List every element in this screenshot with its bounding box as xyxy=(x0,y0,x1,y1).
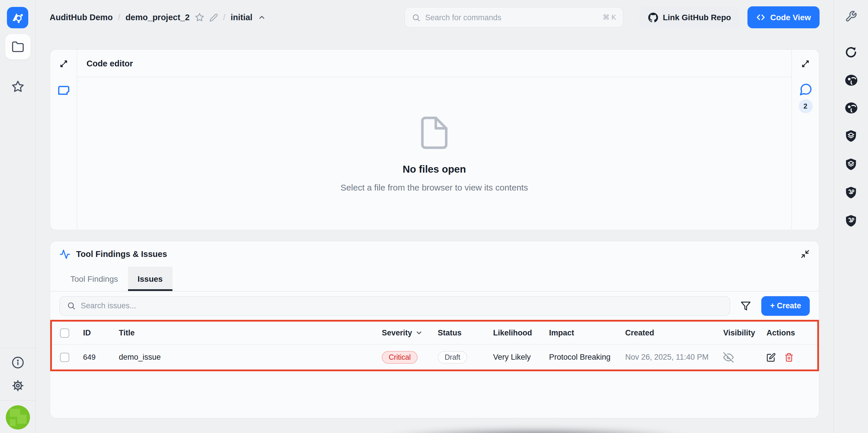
column-header-visibility[interactable]: Visibility xyxy=(723,328,767,337)
trash-icon xyxy=(784,352,794,362)
favorite-project-button[interactable] xyxy=(195,13,204,22)
code-editor-header: Code editor xyxy=(77,50,791,77)
search-icon xyxy=(412,13,421,22)
findings-panel-title: Tool Findings & Issues xyxy=(76,250,167,259)
comments-toggle[interactable]: 2 xyxy=(799,83,812,113)
tool-logo-3-icon[interactable] xyxy=(844,102,858,114)
expand-icon xyxy=(801,59,810,69)
sidebar-item-file-browser[interactable] xyxy=(5,34,30,59)
edit-icon xyxy=(767,352,776,362)
column-header-status[interactable]: Status xyxy=(438,328,493,337)
breadcrumb-separator: / xyxy=(223,13,225,22)
tab-tool-findings[interactable]: Tool Findings xyxy=(61,267,128,291)
sidebar-item-favorites[interactable] xyxy=(11,80,24,93)
code-editor-left-strip xyxy=(50,50,77,230)
filter-funnel-icon xyxy=(741,300,751,311)
issue-search-input[interactable] xyxy=(81,301,723,310)
issue-search[interactable] xyxy=(59,296,731,316)
breadcrumb-branch[interactable]: initial xyxy=(231,13,253,22)
create-issue-button[interactable]: + Create xyxy=(762,296,810,316)
user-avatar[interactable] xyxy=(5,405,30,430)
edit-issue-button[interactable] xyxy=(767,352,776,362)
left-sidebar xyxy=(0,0,36,433)
info-button[interactable] xyxy=(11,356,24,369)
activity-icon xyxy=(59,249,70,260)
file-browser-toggle[interactable] xyxy=(57,84,70,97)
branch-selector-toggle[interactable] xyxy=(257,13,266,21)
app-window: AuditHub Demo / demo_project_2 / initial xyxy=(0,0,868,433)
command-search-shortcut: ⌘ K xyxy=(603,13,616,21)
code-view-label: Code View xyxy=(770,13,811,22)
tool-logo-2-icon[interactable] xyxy=(844,74,858,87)
findings-tabs: Tool Findings Issues xyxy=(50,267,819,292)
issue-likelihood: Very Likely xyxy=(493,353,549,362)
code-editor-main: Code editor No files open Select a file … xyxy=(77,50,791,230)
code-editor-panel: Code editor No files open Select a file … xyxy=(50,49,819,230)
folder-icon xyxy=(11,40,24,53)
info-icon xyxy=(11,356,24,369)
star-icon xyxy=(195,13,204,22)
create-issue-label: + Create xyxy=(770,301,801,310)
select-all-checkbox[interactable] xyxy=(60,328,69,338)
chevron-up-icon xyxy=(257,13,266,21)
findings-panel-header: Tool Findings & Issues xyxy=(50,241,819,267)
command-search[interactable]: ⌘ K xyxy=(404,7,623,28)
visibility-toggle[interactable] xyxy=(723,352,767,362)
chat-bubble-icon xyxy=(799,83,812,96)
issue-title[interactable]: demo_issue xyxy=(119,353,382,362)
code-editor-empty-state: No files open Select a file from the bro… xyxy=(77,77,791,230)
code-editor-right-strip: 2 xyxy=(791,50,819,230)
github-icon xyxy=(648,12,658,22)
issues-toolbar: + Create xyxy=(50,292,819,320)
issues-table-header: ID Title Severity Status Likelihood Impa… xyxy=(52,322,817,345)
column-header-actions: Actions xyxy=(767,328,809,337)
tab-issues-label: Issues xyxy=(137,274,163,284)
tool-logo-7-icon[interactable] xyxy=(844,214,858,228)
status-badge: Draft xyxy=(438,351,467,364)
command-search-input[interactable] xyxy=(425,13,598,22)
link-github-repo-button[interactable]: Link GitHub Repo xyxy=(640,6,739,28)
issue-row[interactable]: 649 demo_issue Critical Draft Very Likel… xyxy=(52,345,817,370)
tool-logo-4-icon[interactable] xyxy=(844,129,858,143)
code-view-button[interactable]: Code View xyxy=(748,6,819,28)
collapse-panel-button[interactable] xyxy=(801,250,810,259)
column-header-impact[interactable]: Impact xyxy=(549,328,625,337)
breadcrumb-app[interactable]: AuditHub Demo xyxy=(50,13,113,22)
breadcrumb-project[interactable]: demo_project_2 xyxy=(125,13,189,22)
folder-icon xyxy=(57,84,70,97)
issues-table-highlight: ID Title Severity Status Likelihood Impa… xyxy=(50,320,819,371)
column-header-title[interactable]: Title xyxy=(119,328,382,337)
star-icon xyxy=(11,80,24,93)
column-header-created[interactable]: Created xyxy=(625,328,723,337)
tools-button[interactable] xyxy=(845,10,857,23)
app-logo[interactable] xyxy=(7,7,28,28)
tab-issues[interactable]: Issues xyxy=(128,267,173,291)
tool-logo-stack xyxy=(844,46,858,228)
chevron-down-icon xyxy=(415,329,423,337)
column-header-likelihood[interactable]: Likelihood xyxy=(493,328,549,337)
settings-button[interactable] xyxy=(11,379,24,392)
tools-icon xyxy=(845,10,857,23)
collapse-icon xyxy=(801,250,810,259)
expand-icon xyxy=(59,59,68,69)
link-github-repo-label: Link GitHub Repo xyxy=(663,13,731,22)
column-header-id[interactable]: ID xyxy=(83,328,119,337)
eye-off-icon xyxy=(723,352,734,362)
filter-button[interactable] xyxy=(739,298,753,313)
tool-logo-6-icon[interactable] xyxy=(844,186,858,199)
divider xyxy=(0,348,35,348)
severity-badge: Critical xyxy=(382,351,417,364)
tool-logo-5-icon[interactable] xyxy=(844,157,858,171)
content-area: Code editor No files open Select a file … xyxy=(36,35,833,433)
column-header-severity-label: Severity xyxy=(382,328,412,337)
expand-right-button[interactable] xyxy=(801,59,810,69)
rename-project-button[interactable] xyxy=(209,13,218,22)
delete-issue-button[interactable] xyxy=(784,352,794,362)
breadcrumb: AuditHub Demo / demo_project_2 / initial xyxy=(50,13,266,22)
row-checkbox[interactable] xyxy=(60,352,69,362)
code-icon xyxy=(756,13,766,22)
app-logo-icon xyxy=(11,11,24,24)
tool-logo-1-icon[interactable] xyxy=(844,46,858,59)
expand-left-button[interactable] xyxy=(59,59,68,69)
column-header-severity[interactable]: Severity xyxy=(382,328,438,337)
